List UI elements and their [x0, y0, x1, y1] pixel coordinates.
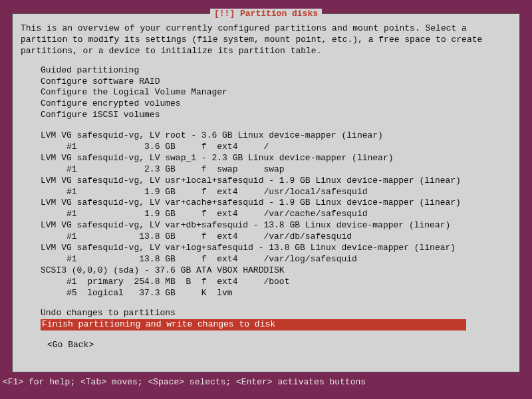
part-scsi-disk[interactable]: SCSI3 (0,0,0) (sda) - 37.6 GB ATA VBOX H… [41, 265, 511, 277]
part-lv-varcache[interactable]: LVM VG safesquid-vg, LV var+cache+safesq… [41, 198, 511, 209]
part-lv-varcache-entry[interactable]: #1 1.9 GB f ext4 /var/cache/safesquid [41, 209, 511, 220]
part-lv-root[interactable]: LVM VG safesquid-vg, LV root - 3.6 GB Li… [41, 130, 511, 142]
part-lv-varlog[interactable]: LVM VG safesquid-vg, LV var+log+safesqui… [41, 243, 511, 254]
action-block: Undo changes to partitions Finish partit… [21, 308, 511, 331]
part-scsi-logical[interactable]: #5 logical 37.3 GB K lvm [41, 288, 511, 299]
menu-configure-iscsi[interactable]: Configure iSCSI volumes [41, 110, 511, 121]
partition-list: LVM VG safesquid-vg, LV root - 3.6 GB Li… [21, 130, 511, 299]
help-footer: <F1> for help; <Tab> moves; <Space> sele… [0, 377, 366, 388]
finish-partitioning-label: Finish partitioning and write changes to… [41, 319, 466, 331]
part-lv-usrlocal-entry[interactable]: #1 1.9 GB f ext4 /usr/local/safesquid [41, 187, 511, 198]
partition-dialog: [!!] Partition disks This is an overview… [12, 13, 520, 372]
part-lv-vardb-entry[interactable]: #1 13.8 GB f ext4 /var/db/safesquid [41, 231, 511, 243]
dialog-title: [!!] Partition disks [210, 9, 322, 19]
part-lv-vardb[interactable]: LVM VG safesquid-vg, LV var+db+safesquid… [41, 220, 511, 231]
dialog-content: This is an overview of your currently co… [13, 14, 519, 358]
go-back-button[interactable]: <Go Back> [21, 340, 511, 351]
part-lv-varlog-entry[interactable]: #1 13.8 GB f ext4 /var/log/safesquid [41, 254, 511, 265]
part-lv-root-entry[interactable]: #1 3.6 GB f ext4 / [41, 142, 511, 153]
config-menu: Guided partitioning Configure software R… [21, 65, 511, 121]
undo-changes[interactable]: Undo changes to partitions [41, 308, 511, 319]
part-scsi-primary[interactable]: #1 primary 254.8 MB B f ext4 /boot [41, 277, 511, 288]
menu-configure-lvm[interactable]: Configure the Logical Volume Manager [41, 87, 511, 98]
part-lv-swap[interactable]: LVM VG safesquid-vg, LV swap_1 - 2.3 GB … [41, 153, 511, 164]
menu-configure-raid[interactable]: Configure software RAID [41, 76, 511, 88]
part-lv-swap-entry[interactable]: #1 2.3 GB f swap swap [41, 164, 511, 176]
menu-guided-partitioning[interactable]: Guided partitioning [41, 65, 511, 76]
finish-partitioning[interactable]: Finish partitioning and write changes to… [41, 319, 511, 331]
part-lv-usrlocal[interactable]: LVM VG safesquid-vg, LV usr+local+safesq… [41, 176, 511, 187]
dialog-title-wrap: [!!] Partition disks [13, 9, 519, 20]
menu-configure-encrypted[interactable]: Configure encrypted volumes [41, 98, 511, 110]
intro-text: This is an overview of your currently co… [21, 23, 511, 57]
